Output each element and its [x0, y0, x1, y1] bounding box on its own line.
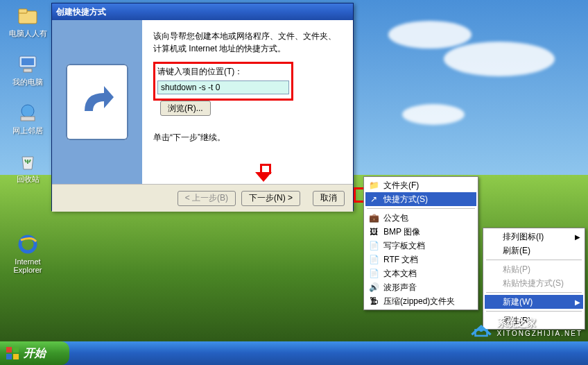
menu-paste-shortcut: 粘贴快捷方式(S): [485, 276, 583, 290]
submenu-item-wordpad[interactable]: 📄 写字板文档: [365, 239, 476, 253]
wav-icon: 🔊: [368, 282, 379, 293]
submenu-label: 写字板文档: [383, 240, 425, 252]
separator: [486, 292, 582, 293]
chevron-right-icon: ▶: [575, 298, 580, 306]
cloud: [388, 21, 472, 49]
icon-label: Internet Explorer: [14, 257, 42, 274]
bmp-icon: 🖼: [368, 226, 379, 237]
submenu-label: RTF 文档: [383, 254, 418, 266]
desktop-icon-ie[interactable]: Internet Explorer: [6, 233, 50, 274]
submenu-label: 波形声音: [383, 282, 417, 294]
desktop-icon-my-computer[interactable]: 我的电脑: [6, 53, 50, 87]
menu-new[interactable]: 新建(W) ▶: [485, 295, 583, 309]
chevron-right-icon: ▶: [575, 233, 580, 241]
svg-point-5: [21, 105, 34, 117]
separator: [486, 260, 582, 260]
taskbar: 开始: [0, 341, 588, 365]
briefcase-icon: 💼: [368, 212, 379, 223]
watermark-sub: XITONGZHIJIA.NET: [497, 330, 583, 337]
ie-icon: [17, 233, 39, 255]
annotation-red-box-input: 请键入项目的位置(T)：: [153, 62, 293, 101]
folder-icon: 📁: [368, 180, 379, 191]
wizard-footer: < 上一步(B) 下一步(N) > 取消: [52, 184, 353, 212]
submenu-item-bmp[interactable]: 🖼 BMP 图像: [365, 225, 476, 239]
separator: [367, 208, 475, 209]
svg-rect-6: [21, 117, 35, 121]
network-icon: [17, 101, 39, 124]
submenu-item-zip[interactable]: 🗜 压缩(zipped)文件夹: [365, 294, 476, 308]
submenu-label: 快捷方式(S): [383, 194, 428, 205]
watermark-icon: [469, 318, 493, 337]
annotation-arrow-next: [254, 164, 273, 183]
next-button[interactable]: 下一步(N) >: [241, 191, 300, 206]
menu-label: 新建(W): [503, 296, 533, 308]
cloud: [444, 42, 555, 76]
menu-label: 粘贴(P): [503, 264, 530, 275]
desktop-icon-network[interactable]: 网上邻居: [6, 101, 50, 136]
submenu-label: 文本文档: [383, 268, 417, 280]
submenu-item-rtf[interactable]: 📄 RTF 文档: [365, 253, 476, 266]
submenu-label: 压缩(zipped)文件夹: [383, 296, 455, 307]
submenu-item-folder[interactable]: 📁 文件夹(F): [365, 178, 476, 192]
desktop-icon-recycle[interactable]: 回收站: [6, 150, 50, 185]
folder-user-icon: [17, 4, 39, 26]
submenu-item-shortcut[interactable]: ↗ 快捷方式(S): [365, 192, 476, 206]
back-button: < 上一步(B): [178, 191, 236, 206]
recycle-bin-icon: [17, 150, 39, 172]
menu-label: 粘贴快捷方式(S): [503, 278, 564, 289]
wizard-sidebar: [52, 20, 142, 184]
watermark-brand: 系统之家: [497, 317, 536, 328]
windows-logo-icon: [6, 346, 19, 360]
new-submenu: 📁 文件夹(F) ↗ 快捷方式(S) 💼 公文包 🖼 BMP 图像 📄 写字板文…: [363, 176, 478, 310]
svg-rect-1: [19, 9, 27, 13]
rtf-icon: 📄: [368, 254, 379, 265]
submenu-item-txt[interactable]: 📄 文本文档: [365, 266, 476, 280]
continue-hint: 单击“下一步”继续。: [153, 131, 342, 144]
menu-paste: 粘贴(P): [485, 262, 583, 276]
submenu-label: BMP 图像: [383, 226, 420, 238]
icon-label: 电脑人人有: [9, 29, 47, 37]
shortcut-icon: ↗: [368, 194, 379, 205]
separator: [486, 311, 582, 312]
start-label: 开始: [24, 346, 46, 361]
browse-button[interactable]: 浏览(R)...: [160, 101, 211, 116]
svg-rect-3: [21, 58, 34, 65]
submenu-label: 公文包: [383, 212, 408, 224]
svg-rect-10: [6, 347, 12, 353]
wizard-main: 该向导帮您创建本地或网络程序、文件、文件夹、计算机或 Internet 地址的快…: [142, 20, 353, 184]
desktop-icon-docs[interactable]: 电脑人人有: [6, 4, 50, 39]
location-input[interactable]: [157, 80, 289, 94]
menu-refresh[interactable]: 刷新(E): [485, 244, 583, 257]
submenu-label: 文件夹(F): [383, 180, 419, 192]
svg-rect-11: [13, 347, 19, 353]
submenu-item-wav[interactable]: 🔊 波形声音: [365, 280, 476, 294]
create-shortcut-wizard: 创建快捷方式 该向导帮您创建本地或网络程序、文件、文件夹、计算机或 Intern…: [51, 3, 354, 211]
icon-label: 回收站: [17, 175, 40, 183]
txt-icon: 📄: [368, 268, 379, 279]
icon-label: 网上邻居: [12, 126, 43, 135]
location-label: 请键入项目的位置(T)：: [157, 66, 289, 78]
svg-rect-12: [6, 354, 12, 359]
menu-label: 排列图标(I): [503, 231, 544, 243]
start-button[interactable]: 开始: [0, 341, 69, 365]
shortcut-graphic-icon: [66, 64, 128, 140]
svg-point-9: [479, 328, 483, 331]
cancel-button[interactable]: 取消: [313, 191, 345, 206]
menu-label: 刷新(E): [503, 245, 530, 257]
svg-rect-13: [13, 354, 19, 359]
watermark: 系统之家 XITONGZHIJIA.NET: [469, 317, 583, 337]
desktop-context-menu: 排列图标(I) ▶ 刷新(E) 粘贴(P) 粘贴快捷方式(S) 新建(W) ▶ …: [483, 228, 585, 330]
svg-rect-4: [24, 69, 32, 72]
titlebar[interactable]: 创建快捷方式: [52, 3, 353, 20]
computer-icon: [17, 53, 39, 75]
zip-icon: 🗜: [368, 296, 379, 307]
wizard-intro: 该向导帮您创建本地或网络程序、文件、文件夹、计算机或 Internet 地址的快…: [153, 30, 342, 55]
icon-label: 我的电脑: [12, 78, 43, 86]
menu-arrange-icons[interactable]: 排列图标(I) ▶: [485, 230, 583, 244]
wordpad-icon: 📄: [368, 240, 379, 251]
cloud: [402, 104, 465, 125]
title-text: 创建快捷方式: [56, 6, 106, 18]
submenu-item-briefcase[interactable]: 💼 公文包: [365, 211, 476, 225]
